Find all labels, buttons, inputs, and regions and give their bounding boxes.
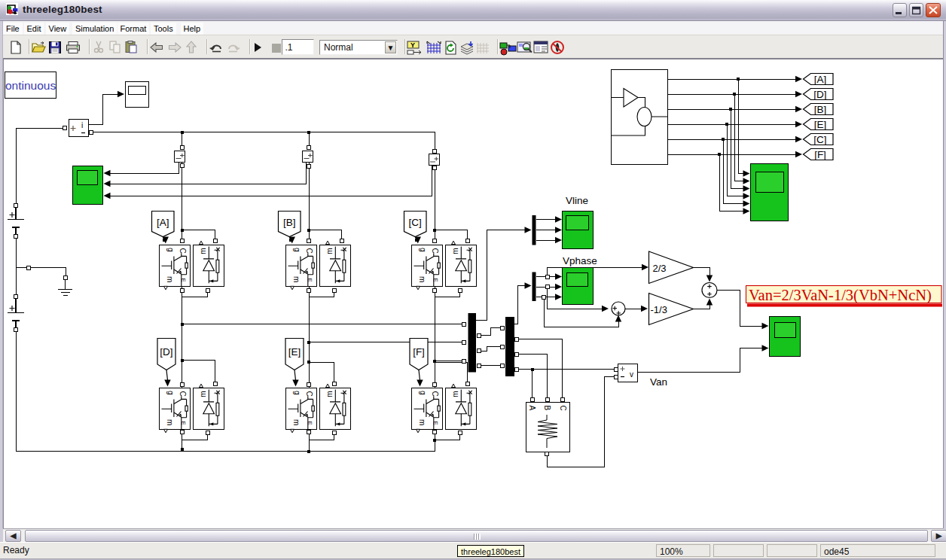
svg-text:[D]: [D] xyxy=(813,89,826,100)
svg-text:C: C xyxy=(559,406,567,411)
svg-text:v: v xyxy=(630,370,633,379)
svg-text:Vphase: Vphase xyxy=(563,255,597,266)
svg-text:[C]: [C] xyxy=(409,217,422,228)
svg-text:[B]: [B] xyxy=(814,104,827,115)
svg-text:ontinuous: ontinuous xyxy=(5,79,56,92)
svg-text:Vline: Vline xyxy=(566,195,588,206)
svg-text:[F]: [F] xyxy=(814,149,826,160)
svg-text:i: i xyxy=(81,121,83,129)
svg-text:[E]: [E] xyxy=(288,346,301,358)
svg-text:[A]: [A] xyxy=(814,74,827,85)
svg-text:[D]: [D] xyxy=(160,346,172,358)
svg-text:[C]: [C] xyxy=(813,134,826,145)
svg-text:2/3: 2/3 xyxy=(653,263,667,274)
svg-text:B: B xyxy=(543,406,551,411)
svg-text:[B]: [B] xyxy=(283,217,296,228)
svg-text:Van: Van xyxy=(650,376,667,388)
svg-text:-1/3: -1/3 xyxy=(651,304,667,315)
svg-text:Van=2/3VaN-1/3(VbN+NcN): Van=2/3VaN-1/3(VbN+NcN) xyxy=(749,287,932,304)
svg-text:A: A xyxy=(528,406,536,411)
svg-text:[A]: [A] xyxy=(157,217,169,228)
svg-text:[F]: [F] xyxy=(413,346,425,358)
svg-text:[E]: [E] xyxy=(814,119,827,130)
svg-text:Y: Y xyxy=(410,41,415,49)
